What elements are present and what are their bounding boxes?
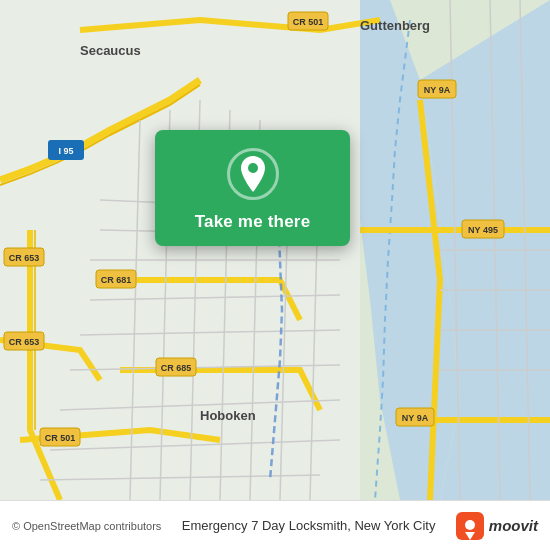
svg-point-50 (248, 163, 258, 173)
svg-rect-3 (0, 0, 360, 500)
moovit-logo: moovit (456, 512, 538, 540)
svg-text:CR 653: CR 653 (9, 337, 40, 347)
map-container: I 95 CR 501 CR 653 CR 653 CR 681 CR 685 … (0, 0, 550, 500)
svg-text:CR 501: CR 501 (45, 433, 76, 443)
location-pin-icon-wrapper (227, 148, 279, 200)
svg-text:I 95: I 95 (58, 146, 73, 156)
svg-text:CR 681: CR 681 (101, 275, 132, 285)
svg-text:NY 9A: NY 9A (424, 85, 451, 95)
bottom-bar: © OpenStreetMap contributors Emergency 7… (0, 500, 550, 550)
place-name: Emergency 7 Day Locksmith, New York City (161, 518, 455, 533)
copyright-text: © OpenStreetMap contributors (12, 520, 161, 532)
svg-text:NY 9A: NY 9A (402, 413, 429, 423)
take-me-there-label: Take me there (195, 212, 311, 232)
svg-point-52 (465, 520, 475, 530)
svg-text:NY 495: NY 495 (468, 225, 498, 235)
svg-text:CR 501: CR 501 (293, 17, 324, 27)
svg-text:CR 653: CR 653 (9, 253, 40, 263)
svg-text:Hoboken: Hoboken (200, 408, 256, 423)
moovit-text: moovit (489, 517, 538, 534)
moovit-icon (456, 512, 484, 540)
svg-text:CR 685: CR 685 (161, 363, 192, 373)
svg-text:Secaucus: Secaucus (80, 43, 141, 58)
svg-text:Guttenberg: Guttenberg (360, 18, 430, 33)
location-pin-icon (238, 156, 268, 192)
map-background: I 95 CR 501 CR 653 CR 653 CR 681 CR 685 … (0, 0, 550, 500)
take-me-there-card[interactable]: Take me there (155, 130, 350, 246)
